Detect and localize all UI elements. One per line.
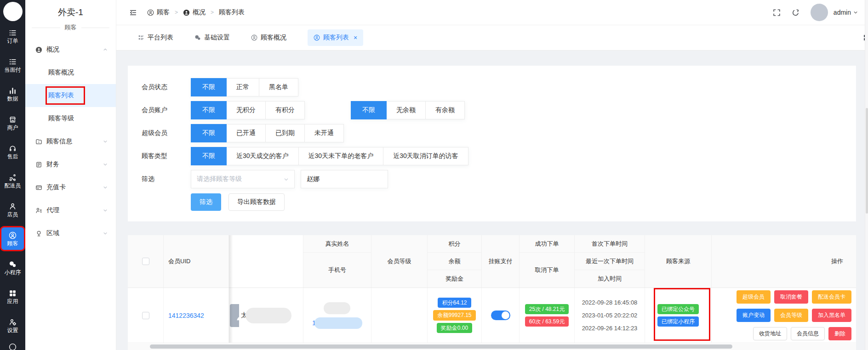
credit-pay-toggle[interactable] bbox=[491, 310, 510, 320]
fullscreen-icon[interactable] bbox=[773, 9, 781, 17]
tab-basic-settings[interactable]: 基础设置 bbox=[194, 34, 230, 42]
menu-item-customer-overview[interactable]: 顾客概况 bbox=[25, 61, 116, 84]
sidebar-item-courier[interactable]: 配送员 bbox=[1, 169, 24, 192]
filter-row-member-status: 会员状态 不限 正常 黑名单 bbox=[142, 78, 856, 96]
add-blacklist-button[interactable]: 加入黑名单 bbox=[812, 309, 851, 322]
bound-official-account-badge: 已绑定公众号 bbox=[657, 304, 699, 314]
menu-group-region[interactable]: 区域 bbox=[25, 222, 116, 245]
option-no-points[interactable]: 无积分 bbox=[226, 101, 266, 119]
menu-item-customer-level[interactable]: 顾客等级 bbox=[25, 107, 116, 130]
wechat-icon bbox=[194, 34, 201, 41]
option-old-no-order[interactable]: 近30天未下单的老客户 bbox=[298, 147, 384, 165]
tab-label: 顾客列表 bbox=[323, 34, 349, 42]
sidebar-item-facepay[interactable]: 当面付 bbox=[1, 54, 24, 76]
vertical-scrollbar-thumb[interactable] bbox=[866, 108, 868, 214]
content-area: 会员状态 不限 正常 黑名单 会员账户 不限 无积分 有积分 不限 无余额 有余… bbox=[116, 51, 868, 350]
option-unlimited[interactable]: 不限 bbox=[351, 101, 387, 119]
filter-label: 会员状态 bbox=[142, 83, 191, 91]
settings-icon bbox=[9, 318, 17, 326]
option-unlimited[interactable]: 不限 bbox=[191, 147, 227, 165]
main-area: 顾客 > 概况 > 顾客列表 admin 平台列表 bbox=[116, 0, 868, 350]
td-orders: 25次 / 48.21元 60次 / 63.59元 bbox=[520, 288, 575, 343]
super-member-button[interactable]: 超级会员 bbox=[737, 290, 771, 304]
collapse-sidebar-icon[interactable] bbox=[129, 9, 137, 17]
option-no-balance[interactable]: 无余额 bbox=[386, 101, 426, 119]
tab-close-icon[interactable]: × bbox=[354, 34, 357, 41]
chevron-down-icon bbox=[284, 177, 289, 182]
name-redaction-blur bbox=[246, 308, 291, 323]
tab-platform-list[interactable]: 平台列表 bbox=[138, 34, 173, 42]
success-orders-badge: 25次 / 48.21元 bbox=[525, 304, 569, 314]
cancel-package-button[interactable]: 取消套餐 bbox=[774, 290, 808, 304]
sidebar-item-miniprogram[interactable]: 小程序 bbox=[1, 256, 24, 279]
horizontal-scrollbar-thumb[interactable] bbox=[150, 344, 732, 349]
person-badge-icon bbox=[35, 46, 42, 53]
phone-redaction-blur bbox=[314, 317, 362, 329]
option-blacklist[interactable]: 黑名单 bbox=[259, 78, 298, 96]
filter-submit-button[interactable]: 筛选 bbox=[191, 193, 221, 211]
option-opened[interactable]: 已开通 bbox=[226, 124, 266, 142]
customer-level-select[interactable]: 请选择顾客等级 bbox=[191, 170, 295, 188]
option-normal[interactable]: 正常 bbox=[226, 78, 259, 96]
sidebar-item-orders[interactable]: 订单 bbox=[1, 25, 24, 47]
courier-icon bbox=[9, 174, 17, 181]
sidebar-item-settings[interactable]: 设置 bbox=[1, 314, 24, 337]
menu-group-label: 充值卡 bbox=[46, 183, 66, 192]
row-checkbox[interactable] bbox=[142, 312, 149, 319]
menu-group-recharge-card[interactable]: 充值卡 bbox=[25, 176, 116, 199]
filter-row-member-account: 会员账户 不限 无积分 有积分 不限 无余额 有余额 bbox=[142, 101, 856, 119]
select-all-checkbox[interactable] bbox=[142, 258, 149, 265]
user-menu[interactable]: admin bbox=[834, 9, 858, 16]
horizontal-scrollbar bbox=[128, 344, 856, 350]
option-expired[interactable]: 已到期 bbox=[265, 124, 305, 142]
menu-group-overview[interactable]: 概况 bbox=[25, 38, 116, 61]
refresh-icon[interactable] bbox=[792, 9, 799, 17]
option-unlimited[interactable]: 不限 bbox=[191, 78, 227, 96]
breadcrumb-customer-list[interactable]: 顾客列表 bbox=[219, 8, 245, 17]
filter-label: 超级会员 bbox=[142, 129, 191, 137]
filter-row-super-member: 超级会员 不限 已开通 已到期 未开通 bbox=[142, 124, 856, 142]
member-uid-link[interactable]: 1412236342 bbox=[168, 312, 204, 319]
keyword-input[interactable] bbox=[301, 170, 388, 188]
menu-group-finance[interactable]: 财务 bbox=[25, 153, 116, 176]
tab-customer-list[interactable]: 顾客列表 × bbox=[308, 29, 363, 46]
menu-group-agent[interactable]: 代理 bbox=[25, 199, 116, 222]
delete-button[interactable]: 删除 bbox=[828, 327, 851, 340]
option-not-opened[interactable]: 未开通 bbox=[304, 124, 344, 142]
delivery-address-button[interactable]: 收货地址 bbox=[753, 327, 787, 340]
member-level-button[interactable]: 会员等级 bbox=[774, 309, 808, 322]
sidebar-item-apps[interactable]: 应用 bbox=[1, 285, 24, 308]
delivery-member-card-button[interactable]: 配送会员卡 bbox=[812, 290, 851, 304]
menu-group-customer-info[interactable]: 顾客信息 bbox=[25, 130, 116, 153]
option-recent-deal[interactable]: 近30天成交的客户 bbox=[226, 147, 299, 165]
tab-label: 平台列表 bbox=[148, 34, 173, 42]
member-info-button[interactable]: 会员信息 bbox=[791, 327, 825, 340]
primary-sidebar: 订单 当面付 数据 商户 售后 配送员 店员 顾客 小程序 应用 设置 bbox=[0, 0, 25, 350]
sidebar-item-customer[interactable]: 顾客 bbox=[1, 227, 24, 250]
sidebar-item-label: 配送员 bbox=[5, 183, 21, 188]
option-has-balance[interactable]: 有余额 bbox=[425, 101, 465, 119]
user-avatar[interactable] bbox=[811, 4, 828, 21]
sidebar-item-clerk[interactable]: 店员 bbox=[1, 198, 24, 221]
breadcrumb-customer[interactable]: 顾客 bbox=[147, 8, 170, 17]
export-customers-button[interactable]: 导出顾客数据 bbox=[228, 193, 285, 211]
option-has-points[interactable]: 有积分 bbox=[265, 101, 305, 119]
sidebar-item-partial[interactable] bbox=[1, 343, 24, 350]
option-unlimited[interactable]: 不限 bbox=[191, 101, 227, 119]
account-change-button[interactable]: 账户变动 bbox=[737, 309, 771, 322]
tab-customer-overview[interactable]: 顾客概况 bbox=[251, 34, 286, 42]
chevron-down-icon bbox=[103, 162, 108, 167]
sidebar-item-aftersale[interactable]: 售后 bbox=[1, 141, 24, 163]
breadcrumb-overview[interactable]: 概况 bbox=[183, 8, 206, 17]
option-cancel-visitor[interactable]: 近30天取消订单的访客 bbox=[383, 147, 468, 165]
menu-item-customer-list[interactable]: 顾客列表 bbox=[25, 84, 116, 107]
th-real-name: 真实姓名 bbox=[303, 235, 371, 253]
name-phone-stack: 1 bbox=[312, 302, 362, 329]
sidebar-item-merchant[interactable]: 商户 bbox=[1, 112, 24, 134]
option-unlimited[interactable]: 不限 bbox=[191, 124, 227, 142]
name-redaction-blur bbox=[324, 302, 350, 314]
sidebar-item-data[interactable]: 数据 bbox=[1, 83, 24, 105]
breadcrumb-label: 概况 bbox=[193, 8, 206, 17]
orders-badges: 25次 / 48.21元 60次 / 63.59元 bbox=[525, 304, 569, 327]
last-order-time: 2023-01-05 20:22:02 bbox=[582, 309, 638, 322]
